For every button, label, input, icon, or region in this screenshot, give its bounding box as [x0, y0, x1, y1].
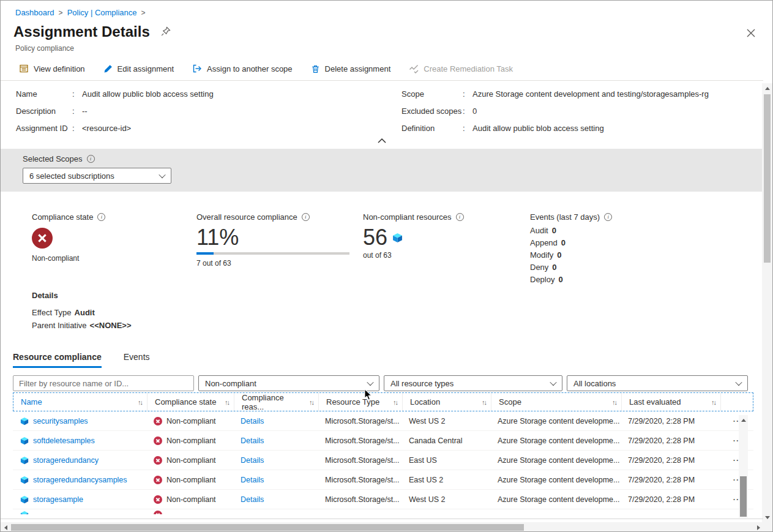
resource-cube-icon [20, 511, 29, 514]
table-scrollbar-thumb[interactable] [740, 476, 747, 517]
row-menu-button[interactable]: ··· [720, 456, 753, 465]
event-item-append: Append0 [530, 237, 612, 249]
selected-scopes-value: 6 selected subscriptions [29, 171, 114, 181]
compliance-state-dropdown[interactable]: Non-compliant [198, 375, 379, 391]
breadcrumb-link-dashboard[interactable]: Dashboard [15, 8, 54, 17]
chevron-down-icon [550, 379, 556, 386]
meta-separator: : [463, 89, 472, 99]
info-icon[interactable] [97, 213, 105, 221]
meta-label: Assignment ID [16, 124, 72, 133]
details-link[interactable]: Details [241, 456, 264, 465]
overall-compliance-label: Overall resource compliance [196, 212, 297, 222]
non-compliant-icon [154, 476, 162, 484]
sort-icon: ↑↓ [711, 399, 715, 406]
compliance-state-card: Compliance state Non-compliant [32, 212, 105, 263]
meta-label: Name [16, 89, 72, 99]
row-menu-button[interactable]: ··· [720, 476, 753, 484]
parent-initiative-row: Parent Initiative<<NONE>> [32, 319, 132, 332]
info-icon[interactable] [456, 213, 464, 221]
details-link[interactable]: Details [241, 436, 264, 445]
scroll-down-button[interactable] [762, 512, 772, 522]
column-header-last-evaluated[interactable]: Last evaluated↑↓ [621, 393, 720, 411]
tab-events[interactable]: Events [124, 352, 150, 368]
row-menu-button[interactable]: ··· [720, 417, 753, 425]
resource-type-dropdown[interactable]: All resource types [384, 375, 562, 391]
meta-label: Definition [401, 124, 463, 133]
location-cell: Canada Central [409, 436, 463, 445]
meta-separator: : [72, 107, 82, 116]
scrollbar-corner [762, 522, 772, 532]
events-label: Events (last 7 days) [530, 212, 600, 222]
selected-scopes-dropdown[interactable]: 6 selected subscriptions [23, 168, 171, 184]
resource-type-cell: Microsoft.Storage/st... [325, 436, 400, 445]
events-card: Events (last 7 days) Audit0 Append0 Modi… [530, 212, 612, 286]
scope-cell: Azure Storage content developme... [498, 436, 619, 445]
resource-filter-input[interactable] [13, 375, 194, 391]
last-evaluated-cell: 7/29/2020, 2:28 PM [628, 436, 695, 445]
page-scrollbar-thumb[interactable] [764, 94, 771, 263]
collapse-details-button[interactable] [378, 136, 386, 145]
details-link[interactable]: Details [241, 417, 264, 425]
view-definition-button[interactable]: View definition [19, 64, 85, 73]
column-header-name[interactable]: Name↑↓ [13, 393, 147, 411]
resource-name-link[interactable]: softdeletesamples [33, 436, 95, 445]
meta-row-description: Description : -- [16, 102, 383, 119]
close-button[interactable] [745, 28, 756, 39]
location-dropdown-value: All locations [573, 379, 616, 388]
meta-value: -- [82, 107, 88, 116]
assign-to-another-scope-button[interactable]: Assign to another scope [192, 64, 292, 73]
resource-cube-icon [20, 495, 29, 504]
create-remediation-task-button[interactable]: Create Remediation Task [409, 64, 513, 73]
scope-cell: Azure Storage content developme... [498, 476, 619, 484]
scroll-up-button[interactable] [739, 415, 748, 425]
meta-label: Excluded scopes [401, 107, 463, 116]
horizontal-scrollbar-thumb[interactable] [11, 524, 524, 531]
sort-icon: ↑↓ [309, 399, 313, 406]
resource-cube-icon [20, 436, 29, 445]
row-menu-button[interactable]: ··· [720, 436, 753, 445]
scope-cell: Azure Storage content developme... [498, 495, 619, 504]
event-item-audit: Audit0 [530, 225, 612, 237]
meta-row-scope: Scope : Azure Storage content developmen… [401, 85, 750, 102]
resource-type-cell: Microsoft.Storage/st... [325, 456, 400, 465]
details-link[interactable]: Details [241, 495, 264, 504]
page-vertical-scrollbar [762, 83, 772, 522]
resource-name-link[interactable]: storageredundancysamples [33, 476, 127, 484]
resource-name-link[interactable]: storagesample [33, 495, 83, 504]
meta-value: 0 [472, 107, 477, 116]
scroll-left-button[interactable] [1, 522, 10, 532]
column-header-compliance-reason[interactable]: Compliance reas...↑↓ [234, 393, 318, 411]
last-evaluated-cell: 7/29/2020, 2:28 PM [628, 417, 695, 425]
sort-icon: ↑↓ [482, 399, 486, 406]
details-section: Details Effect TypeAudit Parent Initiati… [32, 291, 132, 332]
compliance-progress-fill [196, 252, 214, 255]
column-header-compliance-state[interactable]: Compliance state↑↓ [147, 393, 234, 411]
delete-assignment-button[interactable]: Delete assignment [311, 64, 391, 73]
delete-trash-icon [311, 64, 320, 73]
info-icon[interactable] [302, 213, 310, 221]
column-header-resource-type[interactable]: Resource Type↑↓ [318, 393, 402, 411]
compliance-percent: 11% [196, 225, 349, 250]
resource-name-link[interactable]: storageredundancy [33, 456, 99, 465]
scope-cell: Azure Storage content developme... [498, 417, 619, 425]
resource-name-link[interactable]: securitysamples [33, 417, 88, 425]
scroll-up-button[interactable] [762, 83, 772, 93]
breadcrumb-link-policy-compliance[interactable]: Policy | Compliance [67, 8, 137, 17]
compliance-state-label: Compliance state [32, 212, 93, 222]
info-icon[interactable] [87, 155, 95, 163]
pin-icon[interactable] [161, 26, 171, 38]
details-link[interactable]: Details [241, 476, 264, 484]
tab-resource-compliance[interactable]: Resource compliance [13, 352, 102, 368]
resource-type-cell: Microsoft.Storage/st... [325, 417, 400, 425]
location-cell: East US 2 [409, 476, 443, 484]
non-compliant-resources-label: Non-compliant resources [363, 212, 452, 222]
column-header-scope[interactable]: Scope↑↓ [491, 393, 621, 411]
resource-compliance-table: Name↑↓ Compliance state↑↓ Compliance rea… [13, 392, 753, 514]
event-item-modify: Modify0 [530, 249, 612, 261]
meta-row-name: Name : Audit allow public blob access se… [16, 85, 383, 102]
column-header-location[interactable]: Location↑↓ [402, 393, 491, 411]
row-menu-button[interactable]: ··· [720, 495, 753, 504]
info-icon[interactable] [604, 213, 612, 221]
edit-assignment-button[interactable]: Edit assignment [103, 64, 174, 73]
location-dropdown[interactable]: All locations [567, 375, 748, 391]
